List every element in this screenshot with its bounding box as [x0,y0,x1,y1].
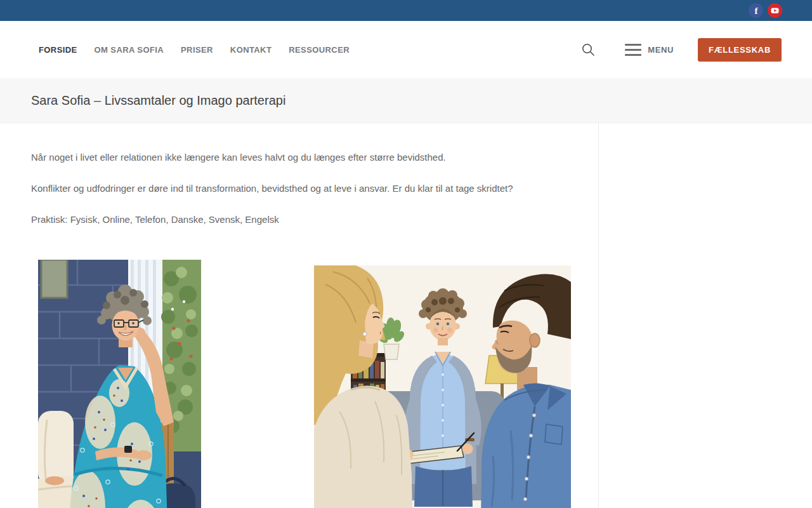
page-title: Sara Sofia – Livssamtaler og Imago parte… [31,93,285,108]
illustration-row [31,260,573,508]
page-title-bar: Sara Sofia – Livssamtaler og Imago parte… [0,78,812,123]
intro-paragraph-2: Konflikter og udfodringer er døre ind ti… [31,181,573,196]
nav-item-ressourcer[interactable]: RESSOURCER [289,44,350,55]
site-header: FORSIDE OM SARA SOFIA PRISER KONTAKT RES… [0,21,812,78]
youtube-icon[interactable] [768,3,782,18]
woman-on-sofa-illustration [38,260,201,508]
nav-item-priser[interactable]: PRISER [181,44,213,55]
facebook-glyph: f [749,3,763,18]
right-sidebar [599,123,812,508]
nav-item-om-sara-sofia[interactable]: OM SARA SOFIA [95,44,164,55]
main-navigation: FORSIDE OM SARA SOFIA PRISER KONTAKT RES… [39,44,350,55]
main-content: Når noget i livet eller relationen ikke … [0,123,599,508]
nav-link-forside[interactable]: FORSIDE [39,45,77,55]
search-button[interactable] [579,40,598,60]
nav-link-priser[interactable]: PRISER [181,45,213,55]
nav-link-kontakt[interactable]: KONTAKT [230,45,272,55]
therapy-session-svg [314,265,571,508]
main-layout: Når noget i livet eller relationen ikke … [0,123,812,508]
facebook-icon[interactable]: f [749,3,763,18]
top-social-bar: f [0,0,812,21]
menu-label: MENU [648,45,674,55]
menu-toggle-button[interactable]: MENU [625,44,674,56]
nav-link-ressourcer[interactable]: RESSOURCER [289,45,350,55]
intro-paragraph-1: Når noget i livet eller relationen ikke … [31,150,573,165]
hamburger-icon [625,44,641,56]
search-icon [581,43,596,57]
intro-paragraph-3: Praktisk: Fysisk, Online, Telefon, Dansk… [31,212,573,227]
imago-therapy-session-illustration [314,265,571,508]
faellesskab-button[interactable]: FÆLLESSKAB [698,38,782,62]
woman-on-sofa-svg [38,260,201,508]
nav-item-forside[interactable]: FORSIDE [39,44,77,55]
nav-item-kontakt[interactable]: KONTAKT [230,44,272,55]
nav-link-om-sara-sofia[interactable]: OM SARA SOFIA [95,45,164,55]
svg-text:f: f [755,6,759,16]
youtube-glyph [768,3,782,18]
header-right-group: MENU FÆLLESSKAB [579,38,782,62]
